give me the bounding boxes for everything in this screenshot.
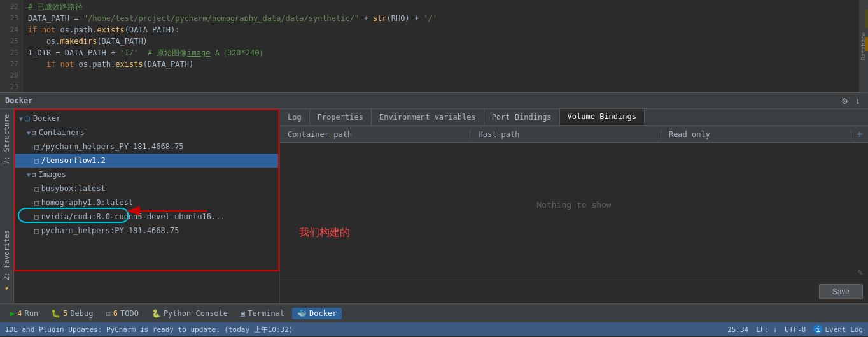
pencil-icon[interactable]: ✎ bbox=[858, 267, 863, 277]
code-line-28: I_DIR = DATA_PATH + 'I/' # 原始图像image A（3… bbox=[28, 47, 854, 59]
tree-label-containers: Containers bbox=[39, 128, 85, 137]
tree-item-images[interactable]: ▼ ⊞ Images bbox=[14, 168, 279, 182]
status-message: IDE and Plugin Updates: PyCharm is ready… bbox=[5, 325, 722, 334]
tree-label-busybox: busybox:latest bbox=[41, 184, 106, 193]
code-line-26: os.makedirs(DATA_PATH) bbox=[28, 36, 854, 47]
right-scrollbar[interactable]: Database bbox=[859, 0, 868, 92]
image-item-icon-1: □ bbox=[34, 185, 39, 193]
table-header: Container path Host path Read only + bbox=[280, 126, 868, 142]
status-lf: LF: ↓ bbox=[756, 326, 777, 334]
tree-label-images: Images bbox=[39, 170, 66, 179]
docker-tree: ▼ ⬡ Docker ▼ ⊞ Containers □ /pycharm_hel… bbox=[14, 109, 279, 240]
python-console-label: Python Console bbox=[164, 309, 228, 318]
docker-header-icons: ⚙ ↓ bbox=[839, 94, 863, 107]
sidebar-tab-favorites[interactable]: ★ 2: Favorites bbox=[1, 225, 12, 298]
edit-icon-area: ✎ bbox=[280, 267, 868, 280]
run-label: Run bbox=[24, 309, 38, 318]
tree-item-busybox[interactable]: □ busybox:latest bbox=[14, 182, 279, 196]
col-read-only: Read only bbox=[661, 130, 851, 139]
col-container-path: Container path bbox=[280, 130, 470, 139]
containers-icon: ⊞ bbox=[32, 129, 36, 137]
tree-label-docker: Docker bbox=[33, 114, 60, 123]
docker-toolbar-icon: 🐳 bbox=[297, 309, 307, 318]
left-panel: 7: Structure ★ 2: Favorites ▼ ⬡ Docker ▼… bbox=[0, 109, 280, 303]
tree-item-pycharm-image[interactable]: □ pycharm_helpers:PY-181.4668.75 bbox=[14, 224, 279, 238]
bottom-toolbar: ▶ 4 Run 🐛 5 Debug ☑ 6 TODO 🐍 Python Cons… bbox=[0, 303, 868, 322]
docker-icon: ⬡ bbox=[24, 115, 31, 123]
toolbar-run[interactable]: ▶ 4 Run bbox=[5, 308, 43, 319]
add-row-button[interactable]: + bbox=[851, 128, 868, 140]
terminal-icon: ▣ bbox=[241, 309, 245, 318]
status-time: 25:34 bbox=[727, 326, 748, 334]
python-icon: 🐍 bbox=[151, 309, 161, 318]
tab-log[interactable]: Log bbox=[280, 109, 310, 125]
code-line-25: if not os.path.exists(DATA_PATH): bbox=[28, 24, 854, 36]
tree-item-containers[interactable]: ▼ ⊞ Containers bbox=[14, 125, 279, 140]
tab-properties[interactable]: Properties bbox=[310, 109, 372, 125]
save-button[interactable]: Save bbox=[819, 284, 863, 299]
todo-icon: ☑ bbox=[106, 309, 111, 318]
minimize-icon[interactable]: ↓ bbox=[853, 94, 863, 107]
settings-icon[interactable]: ⚙ bbox=[839, 94, 850, 107]
tree-label-pycharm-image: pycharm_helpers:PY-181.4668.75 bbox=[41, 226, 179, 235]
tree-label-nvidia: nvidia/cuda:8.0-cudnn5-devel-ubuntu16... bbox=[41, 212, 225, 221]
tree-label-pycharm-helpers: /pycharm_helpers_PY-181.4668.75 bbox=[41, 142, 184, 151]
toolbar-debug[interactable]: 🐛 5 Debug bbox=[46, 308, 98, 319]
tree-label-homography: homography1.0:latest bbox=[41, 198, 134, 207]
code-line-22: # 已成效路路径 bbox=[28, 1, 854, 13]
code-content: # 已成效路路径 DATA_PATH = "/home/test/project… bbox=[23, 0, 859, 92]
code-line-23: DATA_PATH = "/home/test/project/pycharm/… bbox=[28, 13, 854, 24]
line-numbers: 22 23 24 25 26 27 28 29 bbox=[0, 0, 23, 92]
todo-label: TODO bbox=[120, 309, 139, 318]
container-item-icon-2: □ bbox=[34, 157, 39, 165]
run-num: 4 bbox=[17, 309, 22, 318]
debug-num: 5 bbox=[63, 309, 67, 318]
toolbar-python-console[interactable]: 🐍 Python Console bbox=[146, 308, 233, 319]
tab-volume-bindings[interactable]: Volume Bindings bbox=[560, 109, 645, 125]
arrow-docker: ▼ bbox=[19, 115, 23, 122]
arrow-containers: ▼ bbox=[27, 129, 31, 136]
edit-section: ✎ bbox=[280, 267, 868, 280]
save-button-area: Save bbox=[280, 280, 868, 303]
tabs-bar: Log Properties Environment variables Por… bbox=[280, 109, 868, 126]
code-area: 22 23 24 25 26 27 28 29 # 已成效路路径 DATA_PA… bbox=[0, 0, 868, 92]
images-icon: ⊞ bbox=[32, 171, 36, 179]
left-sidebar: 7: Structure ★ 2: Favorites bbox=[0, 109, 14, 303]
table-body: Nothing to show bbox=[280, 143, 868, 267]
tree-label-tensorflow: /tensorflow1.2 bbox=[41, 156, 106, 165]
container-item-icon-1: □ bbox=[34, 143, 39, 151]
event-log-button[interactable]: i Event Log bbox=[813, 325, 863, 334]
tree-item-pycharm-helpers[interactable]: □ /pycharm_helpers_PY-181.4668.75 bbox=[14, 140, 279, 154]
arrow-images: ▼ bbox=[27, 171, 31, 178]
empty-text: Nothing to show bbox=[536, 200, 611, 210]
tree-item-homography[interactable]: □ homography1.0:latest bbox=[14, 196, 279, 210]
toolbar-todo[interactable]: ☑ 6 TODO bbox=[101, 308, 144, 319]
image-item-icon-4: □ bbox=[34, 227, 39, 235]
toolbar-terminal[interactable]: ▣ Terminal bbox=[235, 308, 290, 319]
debug-label: Debug bbox=[70, 309, 93, 318]
todo-num: 6 bbox=[113, 309, 118, 318]
main-content: 7: Structure ★ 2: Favorites ▼ ⬡ Docker ▼… bbox=[0, 109, 868, 303]
sidebar-tab-structure[interactable]: 7: Structure bbox=[1, 109, 12, 169]
status-bar: IDE and Plugin Updates: PyCharm is ready… bbox=[0, 322, 868, 336]
tree-item-nvidia[interactable]: □ nvidia/cuda:8.0-cudnn5-devel-ubuntu16.… bbox=[14, 210, 279, 224]
event-log-label: Event Log bbox=[825, 326, 863, 334]
tree-item-docker[interactable]: ▼ ⬡ Docker bbox=[14, 111, 279, 125]
right-panel: Log Properties Environment variables Por… bbox=[280, 109, 868, 303]
terminal-label: Terminal bbox=[248, 309, 284, 318]
code-line-29: if not os.path.exists(DATA_PATH) bbox=[28, 59, 854, 70]
status-right: 25:34 LF: ↓ UTF-8 i Event Log bbox=[727, 325, 863, 334]
tab-environment[interactable]: Environment variables bbox=[372, 109, 484, 125]
debug-icon: 🐛 bbox=[51, 309, 60, 318]
toolbar-docker[interactable]: 🐳 Docker bbox=[292, 308, 342, 319]
image-item-icon-3: □ bbox=[34, 213, 39, 221]
run-icon: ▶ bbox=[10, 309, 15, 318]
status-encoding: UTF-8 bbox=[785, 326, 806, 334]
col-host-path: Host path bbox=[470, 130, 661, 139]
tree-item-tensorflow[interactable]: □ /tensorflow1.2 bbox=[14, 154, 279, 168]
docker-panel-header: Docker ⚙ ↓ bbox=[0, 92, 868, 109]
event-log-icon: i bbox=[813, 325, 822, 334]
image-item-icon-2: □ bbox=[34, 199, 39, 207]
docker-header-title: Docker bbox=[5, 96, 32, 105]
tab-port-bindings[interactable]: Port Bindings bbox=[484, 109, 560, 125]
